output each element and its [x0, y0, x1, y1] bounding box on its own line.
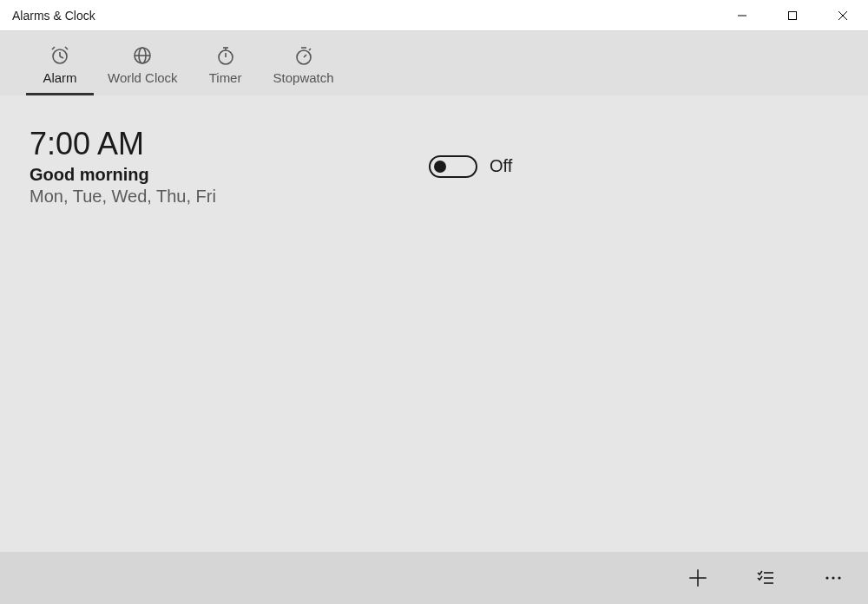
- alarm-name: Good morning: [30, 165, 429, 185]
- alarm-info: 7:00 AM Good morning Mon, Tue, Wed, Thu,…: [30, 127, 429, 207]
- tab-timer-label: Timer: [209, 70, 242, 85]
- svg-point-27: [838, 576, 840, 579]
- maximize-button[interactable]: [767, 0, 818, 30]
- timer-icon: [214, 44, 237, 67]
- tab-world-clock[interactable]: World Clock: [94, 31, 192, 95]
- svg-point-25: [825, 576, 828, 579]
- alarm-time: 7:00 AM: [30, 127, 429, 161]
- tab-bar: Alarm World Clock Timer Stopwatch: [0, 31, 868, 95]
- more-icon: [823, 568, 844, 588]
- svg-rect-1: [789, 11, 797, 19]
- alarm-toggle-group: Off: [429, 155, 512, 178]
- tab-stopwatch[interactable]: Stopwatch: [260, 31, 348, 95]
- select-list-icon: [755, 568, 776, 588]
- close-icon: [838, 10, 848, 21]
- toggle-knob: [434, 161, 446, 173]
- more-button[interactable]: [816, 561, 851, 595]
- window-controls: [717, 0, 868, 30]
- window-title: Alarms & Clock: [12, 9, 717, 23]
- tab-timer[interactable]: Timer: [192, 31, 260, 95]
- svg-line-19: [309, 49, 311, 50]
- alarm-item[interactable]: 7:00 AM Good morning Mon, Tue, Wed, Thu,…: [30, 127, 838, 207]
- svg-line-17: [304, 55, 306, 57]
- stopwatch-icon: [293, 44, 315, 67]
- alarm-icon: [49, 44, 71, 67]
- svg-point-26: [832, 576, 834, 579]
- alarm-toggle[interactable]: [429, 155, 477, 178]
- minimize-icon: [737, 10, 747, 21]
- svg-line-6: [60, 56, 63, 58]
- world-clock-icon: [131, 44, 154, 67]
- tab-alarm-label: Alarm: [43, 70, 76, 85]
- alarm-list: 7:00 AM Good morning Mon, Tue, Wed, Thu,…: [0, 95, 868, 552]
- alarm-repeat: Mon, Tue, Wed, Thu, Fri: [30, 187, 429, 207]
- add-alarm-button[interactable]: [681, 561, 715, 595]
- title-bar: Alarms & Clock: [0, 0, 868, 31]
- svg-line-7: [52, 47, 55, 49]
- close-button[interactable]: [818, 0, 868, 30]
- tab-alarm[interactable]: Alarm: [26, 31, 94, 95]
- maximize-icon: [787, 10, 798, 21]
- tab-stopwatch-label: Stopwatch: [273, 70, 334, 85]
- tab-world-clock-label: World Clock: [108, 70, 178, 85]
- command-bar: [0, 552, 868, 604]
- minimize-button[interactable]: [717, 0, 767, 30]
- plus-icon: [687, 567, 709, 589]
- alarm-toggle-label: Off: [490, 156, 512, 176]
- svg-line-8: [65, 47, 68, 49]
- select-alarms-button[interactable]: [748, 561, 783, 595]
